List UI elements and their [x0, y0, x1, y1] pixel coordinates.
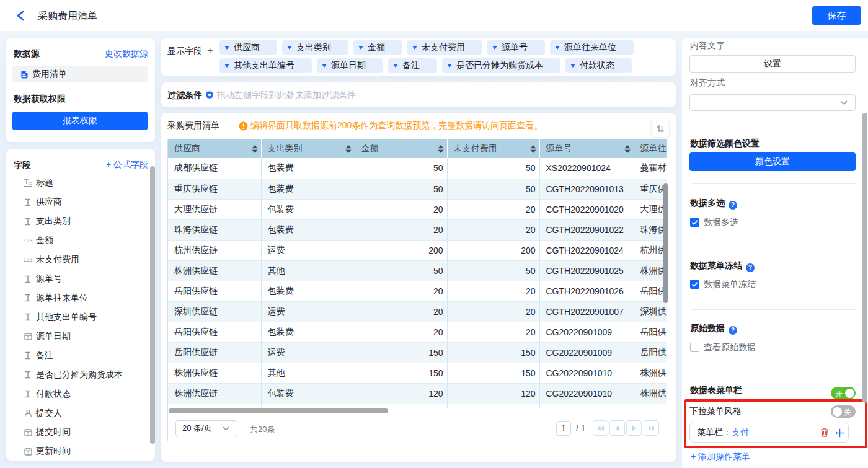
svg-text:7: 7 — [27, 335, 29, 340]
svg-text:7: 7 — [27, 450, 29, 454]
svg-text:7: 7 — [27, 431, 29, 436]
